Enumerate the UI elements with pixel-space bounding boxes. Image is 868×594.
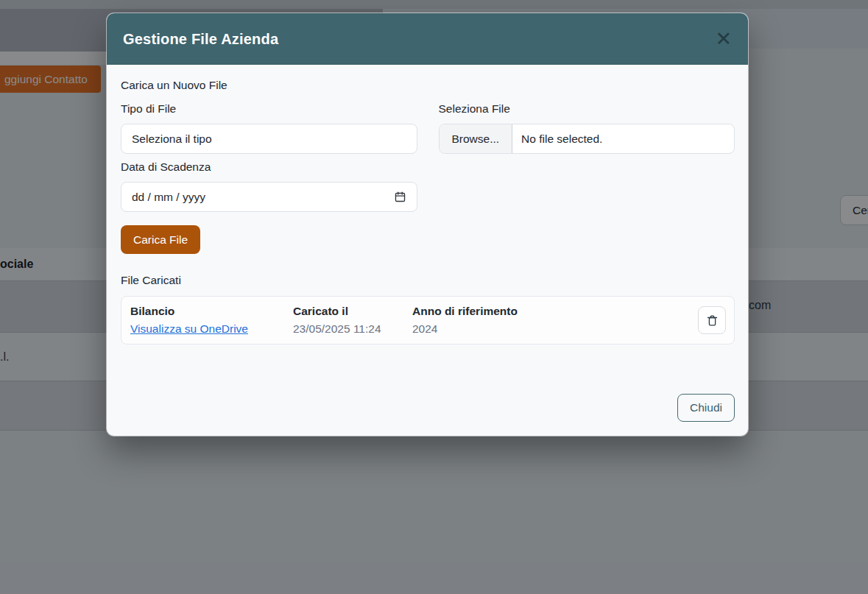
date-placeholder: dd / mm / yyyy [132,191,205,204]
trash-icon [705,314,719,328]
close-modal-button[interactable]: Chiudi [677,394,735,422]
upload-form: Tipo di File Seleziona il tipo Seleziona… [121,102,735,212]
onedrive-link[interactable]: Visualizza su OneDrive [130,322,248,336]
files-section-heading: File Caricati [121,274,735,287]
file-type-selected-value: Seleziona il tipo [132,132,212,146]
file-name: Bilancio [130,305,293,318]
uploaded-file-row: Bilancio Visualizza su OneDrive Caricato… [121,296,735,344]
reference-year-label: Anno di riferimento [412,305,698,318]
modal-header: Gestione File Azienda ✕ [107,13,748,65]
close-icon[interactable]: ✕ [715,29,732,49]
no-file-selected-text: No file selected. [512,132,611,146]
upload-file-button[interactable]: Carica File [121,225,200,254]
browse-button[interactable]: Browse... [440,124,513,153]
file-input[interactable]: Browse... No file selected. [439,124,735,154]
file-management-modal: Gestione File Azienda ✕ Carica un Nuovo … [107,13,748,436]
select-file-label: Seleziona File [439,102,735,116]
delete-file-button[interactable] [698,306,726,334]
modal-body: Carica un Nuovo File Tipo di File Selezi… [107,65,748,394]
reference-year-value: 2024 [412,322,698,336]
file-type-select[interactable]: Seleziona il tipo [121,124,417,154]
uploaded-at-value: 23/05/2025 11:24 [293,322,412,336]
uploaded-at-label: Caricato il [293,305,412,318]
modal-title: Gestione File Azienda [123,31,278,48]
upload-section-heading: Carica un Nuovo File [121,79,735,92]
modal-footer: Chiudi [107,394,748,436]
expiry-date-label: Data di Scadenza [121,160,417,174]
file-type-label: Tipo di File [121,102,417,116]
expiry-date-input[interactable]: dd / mm / yyyy [121,182,417,212]
calendar-icon[interactable] [394,191,406,203]
